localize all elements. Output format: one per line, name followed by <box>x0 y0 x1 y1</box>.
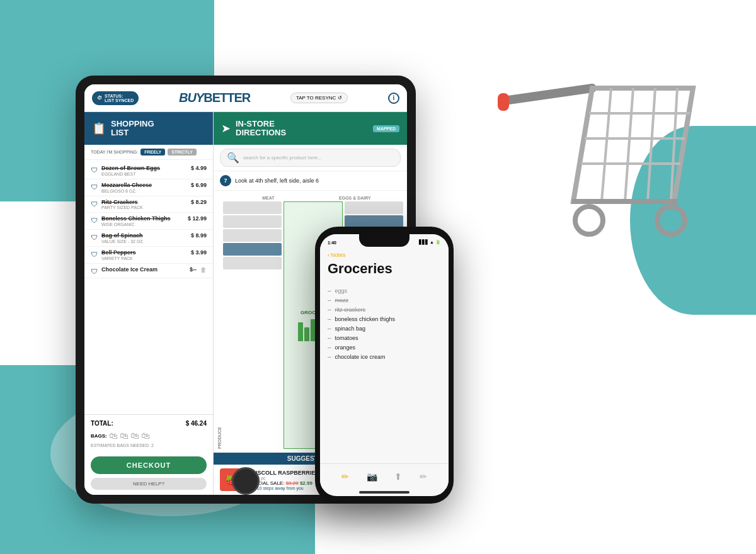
item-check-icon: 🛡 <box>91 251 98 258</box>
phone-home-bar <box>359 491 410 494</box>
note-item: – mozz <box>328 295 441 305</box>
note-item: – boneless chicken thighs <box>328 314 441 324</box>
search-placeholder: search for a specific product here... <box>243 155 394 161</box>
total-label: TOTAL: <box>91 420 113 427</box>
item-check-icon: 🛡 <box>91 234 98 241</box>
note-item: – spinach bag <box>328 324 441 333</box>
svg-point-11 <box>657 206 685 234</box>
hint-text: Look at 4th shelf, left side, aisle 6 <box>235 178 319 184</box>
shopping-cart <box>479 63 706 302</box>
bag-icon-3: 🛍 <box>130 431 139 441</box>
list-item: 🛡 Boneless Chicken Thighs WISE ORGANIC $… <box>84 213 213 230</box>
search-bar: 🔍 search for a specific product here... <box>214 145 407 171</box>
direction-hint: 7 Look at 4th shelf, left side, aisle 6 <box>214 171 407 191</box>
svg-line-5 <box>602 88 611 201</box>
status-badge: ⏱ STATUS: LIST SYNCED <box>92 91 139 105</box>
checked-icon: – <box>328 306 331 313</box>
item-price: $ 3.99 <box>191 249 207 256</box>
phone-note-list: – eggs – mozz – ritz crackers – boneless… <box>320 283 449 463</box>
shopping-items-list: 🛡 Dozen of Brown Eggs EGGLAND BEST $ 4.9… <box>84 160 213 414</box>
checkout-button[interactable]: CHECKOUT <box>91 456 207 474</box>
item-name: Mozzarella Cheese <box>101 182 187 189</box>
dash-icon: – <box>328 353 331 360</box>
status-text: STATUS: LIST SYNCED <box>105 94 134 103</box>
note-item: – tomatoes <box>328 333 441 342</box>
note-item-text: chocolate ice cream <box>335 354 386 360</box>
old-price: $3.29 <box>286 480 299 486</box>
checked-icon: – <box>328 287 331 294</box>
back-label: Notes <box>331 252 346 258</box>
info-button[interactable]: i <box>388 93 399 104</box>
search-input-wrap[interactable]: 🔍 search for a specific product here... <box>220 149 401 167</box>
list-item: 🛡 Bag of Spinach VALUE SIZE - 32 OZ. $ 8… <box>84 230 213 247</box>
meat-label: MEAT <box>262 196 274 200</box>
total-row: TOTAL: $ 46.24 <box>91 420 207 427</box>
item-check-icon: 🛡 <box>91 217 98 224</box>
item-price: $ 12.99 <box>188 215 207 222</box>
shelf <box>223 201 282 214</box>
svg-line-0 <box>504 88 592 101</box>
item-price: $ 6.99 <box>191 182 207 188</box>
note-item-text: spinach bag <box>335 325 366 332</box>
bags-label: BAGS: <box>91 433 107 439</box>
item-check-icon: 🛡 <box>91 200 98 208</box>
produce-label: PRODUCE <box>217 201 222 449</box>
phone-screen: 1:40 ▋▋▋ ▲ 🔋 ‹ Notes Groceries – eggs – … <box>320 234 449 496</box>
toolbar-compose-icon[interactable]: ✏ <box>341 472 349 482</box>
phone-notes-header: ‹ Notes Groceries <box>320 251 449 283</box>
shelf <box>345 201 403 214</box>
directions-header: ➤ IN-STOREDIRECTIONS MAPPED <box>214 112 407 145</box>
list-icon: 📋 <box>92 122 106 135</box>
app-header: ⏱ STATUS: LIST SYNCED BUYBETTER TAP TO R… <box>84 84 407 112</box>
item-name: Boneless Chicken Thighs <box>101 215 184 222</box>
help-button[interactable]: NEED HELP? <box>91 478 207 490</box>
bag-icon-2: 🛍 <box>120 431 129 441</box>
tablet-home-button[interactable] <box>232 467 260 495</box>
note-item: – ritz crackers <box>328 305 441 314</box>
item-price: $ 4.99 <box>191 165 207 171</box>
status-icon: ⏱ <box>97 95 102 101</box>
total-value: $ 46.24 <box>186 420 207 427</box>
dash-icon: – <box>328 334 331 341</box>
note-item-text: mozz <box>335 297 349 303</box>
item-name: Bell Peppers <box>101 249 187 256</box>
list-item: 🛡 Ritz Crackers PARTY SIZED PACK $ 8.29 <box>84 196 213 213</box>
toolbar-camera-icon[interactable]: 📷 <box>367 472 377 482</box>
item-price: $-- <box>190 266 197 273</box>
filter-freely-badge[interactable]: FREELY <box>140 149 165 155</box>
shelf-highlighted <box>345 215 403 228</box>
resync-icon: ↺ <box>338 95 342 101</box>
toolbar-share-icon[interactable]: ⬆ <box>394 472 402 482</box>
item-price: $ 8.99 <box>191 232 207 239</box>
item-sub: VALUE SIZE - 32 OZ. <box>101 239 187 244</box>
back-link[interactable]: ‹ Notes <box>328 252 441 258</box>
note-item: – oranges <box>328 342 441 352</box>
bar <box>298 322 303 341</box>
item-sub: VARIETY PACK <box>101 256 187 261</box>
svg-line-6 <box>625 88 633 201</box>
filter-strictly-badge[interactable]: STRICTLY <box>168 149 197 155</box>
resync-button[interactable]: TAP TO RESYNC ↺ <box>290 93 348 103</box>
totals-section: TOTAL: $ 46.24 BAGS: 🛍 🛍 🛍 🛍 ESTIMATED B… <box>84 414 213 453</box>
list-item: 🛡 Dozen of Brown Eggs EGGLAND BEST $ 4.9… <box>84 162 213 179</box>
shopping-list-panel: 📋 SHOPPINGLIST TODAY I'M SHOPPING: FREEL… <box>84 112 214 495</box>
dash-icon: – <box>328 315 331 322</box>
directions-title: IN-STOREDIRECTIONS <box>236 120 368 138</box>
item-check-icon: 🛡 <box>91 183 98 191</box>
shelf <box>223 229 282 242</box>
mapped-badge: MAPPED <box>373 125 399 132</box>
toolbar-edit-icon[interactable]: ✏ <box>420 472 427 482</box>
item-price: $ 8.29 <box>191 199 207 205</box>
logo-better: BETTER <box>203 91 250 105</box>
note-item: – eggs <box>328 286 441 295</box>
svg-point-10 <box>575 206 603 234</box>
filter-label: TODAY I'M SHOPPING: <box>91 150 138 154</box>
item-name: Bag of Spinach <box>101 232 187 239</box>
shopping-list-title: SHOPPINGLIST <box>111 120 154 138</box>
item-name: Ritz Crackers <box>101 199 187 206</box>
item-sub: WISE ORGANIC <box>101 222 184 227</box>
bags-row: BAGS: 🛍 🛍 🛍 🛍 <box>91 431 207 441</box>
delete-icon[interactable]: 🗑 <box>200 266 207 273</box>
dash-icon: – <box>328 325 331 332</box>
new-price: $2.99 <box>300 480 312 486</box>
